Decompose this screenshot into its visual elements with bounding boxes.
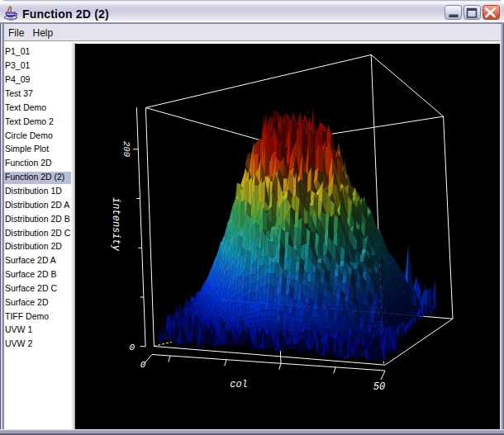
svg-text:50: 50	[373, 381, 385, 393]
svg-text:0: 0	[140, 360, 146, 370]
svg-text:col: col	[230, 379, 248, 390]
svg-text:0: 0	[129, 343, 135, 352]
svg-text:200: 200	[121, 141, 131, 157]
svg-text:intensity: intensity	[110, 197, 121, 252]
